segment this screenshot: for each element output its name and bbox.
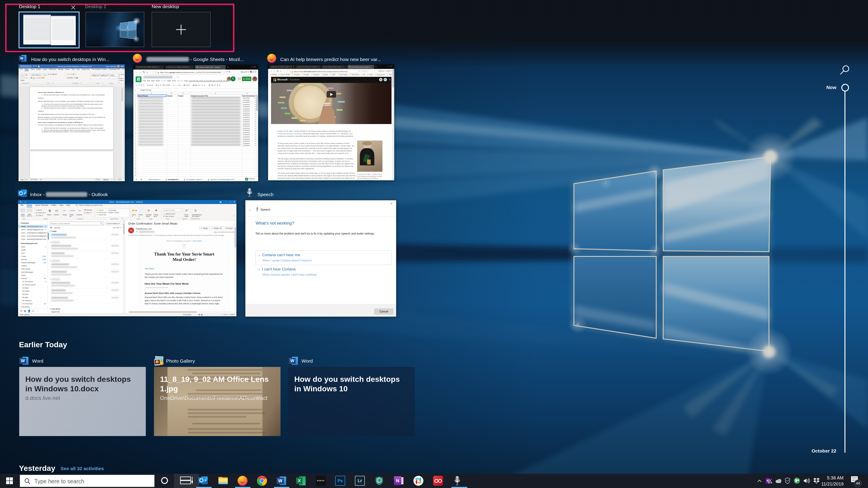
svg-text:Now: Now — [827, 85, 837, 90]
